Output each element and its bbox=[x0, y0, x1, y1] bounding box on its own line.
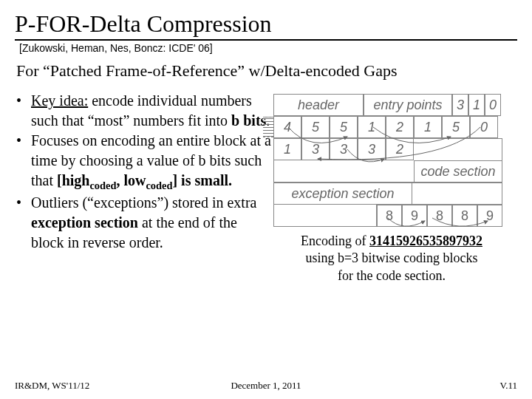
diagram-exc-cell: 8 bbox=[377, 205, 402, 227]
diagram-topnum: 1 bbox=[468, 94, 485, 116]
diagram-exceptionsection-label: exception section bbox=[273, 183, 412, 205]
diagram-row3-cell: 2 bbox=[386, 138, 414, 160]
footer-left: IR&DM, WS'11/12 bbox=[15, 380, 183, 392]
diagram-row3-cell: 1 bbox=[273, 138, 301, 160]
diagram-row2-cell: 5 bbox=[330, 116, 358, 138]
diagram-row3-cell: 3 bbox=[358, 138, 386, 160]
diagram-exc-cell: 9 bbox=[402, 205, 427, 227]
diagram: header entry points 3 1 0 4 5 5 1 2 1 5 … bbox=[273, 94, 502, 227]
diagram-row2-cell: 1 bbox=[358, 116, 386, 138]
bullet-3: Outliers (“exceptions”) stored in extra … bbox=[15, 193, 273, 253]
diagram-row2-cell: 0 bbox=[470, 116, 498, 138]
diagram-row3-cell: 3 bbox=[301, 138, 330, 160]
diagram-row2-cell: 5 bbox=[301, 116, 330, 138]
diagram-codesection-label: code section bbox=[414, 160, 502, 183]
diagram-caption: Encoding of 31415926535897932 using b=3 … bbox=[273, 233, 510, 284]
footer-right: V.11 bbox=[349, 380, 517, 392]
title-underline bbox=[15, 39, 517, 41]
diagram-row2-cell: 5 bbox=[442, 116, 470, 138]
bullets-column: Key idea: encode individual numbers such… bbox=[15, 91, 273, 284]
slide-title: P-FOR-Delta Compression bbox=[15, 10, 517, 38]
bullet-1: Key idea: encode individual numbers such… bbox=[15, 91, 273, 131]
bullet-3-pre: Outliers (“exceptions”) stored in extra bbox=[31, 194, 256, 211]
diagram-column: header entry points 3 1 0 4 5 5 1 2 1 5 … bbox=[273, 91, 510, 284]
citation: [Zukowski, Heman, Nes, Boncz: ICDE' 06] bbox=[19, 42, 517, 54]
caption-number: 31415926535897932 bbox=[369, 233, 482, 248]
content-area: Key idea: encode individual numbers such… bbox=[15, 91, 517, 284]
diagram-exc-cell: 8 bbox=[427, 205, 452, 227]
diagram-entrypoints-cell: entry points bbox=[364, 94, 452, 116]
diagram-row2-cell: 2 bbox=[386, 116, 414, 138]
diagram-exc-cell: 9 bbox=[477, 205, 502, 227]
diagram-topnum: 3 bbox=[452, 94, 468, 116]
bullet-1-keyidea: Key idea: bbox=[31, 92, 88, 109]
hatch-decoration bbox=[263, 117, 273, 137]
bullet-2: Focuses on encoding an entire block at a… bbox=[15, 131, 273, 193]
bullet-3-bold: exception section bbox=[31, 214, 138, 231]
diagram-exc-cell: 8 bbox=[452, 205, 477, 227]
footer-center: December 1, 2011 bbox=[183, 380, 350, 392]
subtitle: For “Patched Frame-of-Reference” w/Delta… bbox=[16, 61, 517, 81]
diagram-header-cell: header bbox=[273, 94, 364, 116]
diagram-row3-cell: 3 bbox=[330, 138, 358, 160]
diagram-topnum: 0 bbox=[485, 94, 501, 116]
diagram-row2-cell: 4 bbox=[273, 116, 301, 138]
bullet-1-bbits: b bits bbox=[231, 112, 266, 129]
diagram-row2-cell: 1 bbox=[414, 116, 442, 138]
footer: IR&DM, WS'11/12 December 1, 2011 V.11 bbox=[15, 380, 517, 392]
